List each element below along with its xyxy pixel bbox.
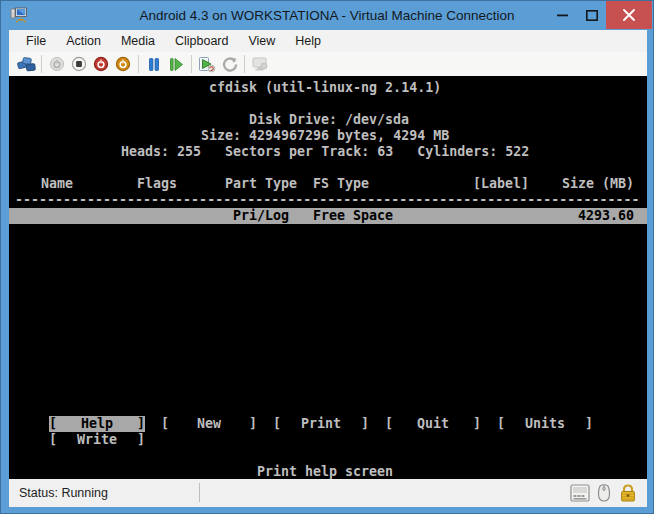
pause-button[interactable] <box>143 53 165 75</box>
bracket: ] <box>137 432 145 448</box>
disk-geometry-line: Heads: 255 Sectors per Track: 63 Cylinde… <box>121 144 529 160</box>
enhanced-session-icon <box>251 56 269 72</box>
cfdisk-title: cfdisk (util-linux-ng 2.14.1) <box>209 80 441 96</box>
cfdisk-button-print[interactable]: [Print] <box>273 416 369 432</box>
status-bar: Status: Running <box>9 479 647 507</box>
col-header-part-type: Part Type <box>225 176 297 192</box>
checkpoint-button[interactable] <box>196 53 218 75</box>
cfdisk-button-quit[interactable]: [Quit] <box>385 416 481 432</box>
start-power-icon <box>49 56 65 72</box>
menu-file[interactable]: File <box>16 31 56 51</box>
cfdisk-hint-text: Print help screen <box>257 464 393 479</box>
toolbar <box>9 52 647 76</box>
resume-button[interactable] <box>165 53 187 75</box>
bracket: ] <box>249 416 257 432</box>
ctrl-alt-del-button[interactable] <box>15 53 37 75</box>
keyboard-status-icon <box>569 482 591 504</box>
cfdisk-button-help[interactable]: [Help] <box>49 416 145 432</box>
bracket: [ <box>385 416 393 432</box>
turn-off-button[interactable] <box>90 53 112 75</box>
menu-clipboard[interactable]: Clipboard <box>165 31 239 51</box>
shut-down-button[interactable] <box>112 53 134 75</box>
start-button-disabled <box>46 53 68 75</box>
minimize-icon <box>557 10 568 20</box>
bracket: ] <box>361 416 369 432</box>
partition-part-type: Pri/Log <box>233 208 289 224</box>
maximize-icon <box>586 10 598 21</box>
revert-button[interactable] <box>218 53 240 75</box>
menu-bar: File Action Media Clipboard View Help <box>9 30 647 52</box>
maximize-button[interactable] <box>577 1 606 29</box>
col-header-fs-type: FS Type <box>313 176 369 192</box>
toolbar-separator <box>138 55 139 73</box>
revert-arrow-icon <box>221 56 238 72</box>
stop-button[interactable] <box>68 53 90 75</box>
disk-drive-line: Disk Drive: /dev/sda <box>249 112 409 128</box>
ctrl-alt-del-icon <box>17 56 36 73</box>
lock-status-icon <box>617 482 639 504</box>
checkpoint-icon <box>198 56 216 73</box>
menu-view[interactable]: View <box>238 31 285 51</box>
partition-size: 4293.60 <box>578 208 634 224</box>
menu-help[interactable]: Help <box>285 31 331 51</box>
cfdisk-button-new[interactable]: [New] <box>161 416 257 432</box>
vm-connection-window: Android 4.3 on WORKSTATIONA - Virtual Ma… <box>0 0 654 514</box>
menu-action[interactable]: Action <box>56 31 111 51</box>
enhanced-session-button-disabled <box>249 53 271 75</box>
cfdisk-button-write[interactable]: [Write] <box>49 432 145 448</box>
bracket: [ <box>49 416 57 432</box>
stop-icon <box>71 56 87 72</box>
bracket: ] <box>473 416 481 432</box>
bracket: [ <box>49 432 57 448</box>
table-separator-dashes: ----------------------------------------… <box>15 192 639 208</box>
close-button[interactable] <box>606 1 652 29</box>
cfdisk-button-units[interactable]: [Units] <box>497 416 593 432</box>
toolbar-separator <box>244 55 245 73</box>
bracket: ] <box>137 416 145 432</box>
partition-row-selected[interactable]: Pri/Log Free Space 4293.60 <box>9 208 647 224</box>
toolbar-separator <box>41 55 42 73</box>
col-header-size: Size (MB) <box>562 176 634 192</box>
disk-size-line: Size: 4294967296 bytes, 4294 MB <box>201 128 449 144</box>
bracket: [ <box>497 416 505 432</box>
status-separator <box>199 483 200 502</box>
toolbar-separator <box>191 55 192 73</box>
resume-play-icon <box>169 57 184 72</box>
mouse-status-icon <box>593 482 615 504</box>
shut-down-power-icon <box>115 56 131 72</box>
status-text: Status: Running <box>9 486 108 500</box>
vm-terminal-screen[interactable]: cfdisk (util-linux-ng 2.14.1) Disk Drive… <box>9 76 647 479</box>
bracket: [ <box>273 416 281 432</box>
col-header-flags: Flags <box>137 176 177 192</box>
menu-media[interactable]: Media <box>111 31 165 51</box>
col-header-label: [Label] <box>473 176 529 192</box>
minimize-button[interactable] <box>548 1 577 29</box>
partition-fs-type: Free Space <box>313 208 393 224</box>
bracket: [ <box>161 416 169 432</box>
titlebar[interactable]: Android 4.3 on WORKSTATIONA - Virtual Ma… <box>1 1 653 30</box>
col-header-name: Name <box>41 176 73 192</box>
turn-off-power-icon <box>93 56 109 72</box>
pause-icon <box>147 57 161 72</box>
close-icon <box>623 9 635 21</box>
bracket: ] <box>585 416 593 432</box>
